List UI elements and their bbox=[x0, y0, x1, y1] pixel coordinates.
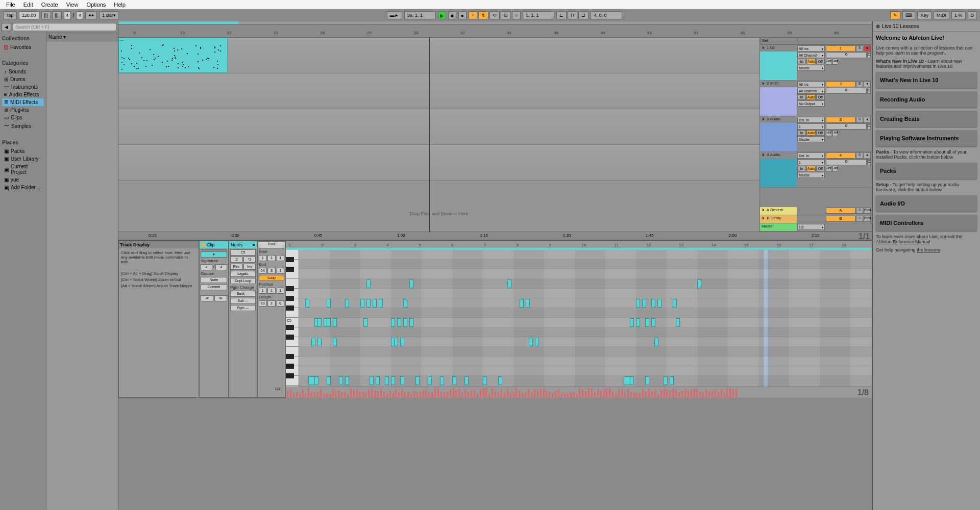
record-button[interactable]: ● bbox=[458, 11, 467, 19]
browser-collapse-icon[interactable]: ◀ bbox=[2, 23, 11, 31]
solo-button[interactable]: S bbox=[856, 117, 863, 123]
monitor-off[interactable]: Off bbox=[816, 130, 825, 136]
send-a[interactable]: -inf bbox=[826, 166, 832, 172]
time-ruler[interactable]: 1/1 0:150:300:451:001:151:301:452:002:15 bbox=[118, 232, 872, 240]
midi-ruler[interactable]: 123456789101112131415161718 bbox=[286, 241, 872, 250]
metronome-b-icon[interactable]: ||| bbox=[52, 11, 62, 19]
send-a[interactable]: -inf bbox=[826, 59, 832, 65]
track-lane-1[interactable]: ··· bbox=[118, 38, 760, 73]
sidebar-item-yue[interactable]: ▣ yue bbox=[2, 176, 44, 184]
arrangement-ruler[interactable]: 9131721252933374145495357616569 bbox=[118, 24, 872, 38]
play-button[interactable]: ▶ bbox=[438, 11, 446, 19]
arm-button[interactable]: ● bbox=[864, 81, 871, 87]
cue[interactable]: C bbox=[867, 159, 871, 165]
lessons-link[interactable]: the lessons bbox=[917, 247, 940, 252]
sidebar-item-instruments[interactable]: 〰 Instruments bbox=[2, 83, 44, 91]
arm-button[interactable]: ● bbox=[864, 117, 871, 123]
monitor-auto[interactable]: Auto bbox=[806, 94, 815, 100]
sidebar-item-packs[interactable]: ▣ Packs bbox=[2, 147, 44, 155]
clip-box-header[interactable]: Clip bbox=[200, 241, 228, 248]
key-map-toggle[interactable]: Key bbox=[917, 11, 932, 19]
return-row-B[interactable]: ⏵ B Delay BSPost bbox=[760, 215, 872, 223]
tempo-input[interactable] bbox=[19, 11, 39, 19]
arm-button[interactable]: ● bbox=[864, 45, 871, 52]
help-btn-audioio[interactable]: Audio I/O bbox=[876, 195, 977, 212]
sidebar-item-samples[interactable]: 〜 Samples bbox=[2, 121, 44, 131]
solo-button[interactable]: S bbox=[856, 45, 863, 52]
nudge-fwd-button[interactable]: ≫ bbox=[214, 295, 227, 301]
input-type[interactable]: Ext. In bbox=[797, 117, 825, 123]
cue[interactable]: C bbox=[867, 123, 871, 130]
close-help-icon[interactable]: ⊗ bbox=[876, 23, 880, 29]
start-bar[interactable]: 1 bbox=[259, 255, 266, 261]
return-solo[interactable]: S bbox=[856, 216, 863, 222]
cue[interactable]: C bbox=[867, 88, 871, 94]
timesig-num[interactable] bbox=[64, 11, 71, 19]
timesig-den[interactable] bbox=[76, 11, 83, 19]
solo-button[interactable]: S bbox=[856, 152, 863, 159]
monitor-auto[interactable]: Auto bbox=[806, 130, 815, 136]
follow-toggle[interactable]: ▬► bbox=[387, 11, 402, 19]
cue[interactable]: C bbox=[867, 52, 871, 58]
loop-toggle-clip[interactable]: Loop bbox=[259, 275, 284, 281]
search-input[interactable] bbox=[13, 23, 116, 31]
return-post[interactable]: Post bbox=[864, 216, 871, 222]
pan[interactable]: 0 bbox=[826, 88, 867, 94]
sidebar-item-audio-effects[interactable]: ≡ Audio Effects bbox=[2, 91, 44, 98]
len-16th[interactable]: 0 bbox=[277, 300, 284, 307]
input-type[interactable]: All Ins bbox=[797, 81, 825, 87]
stop-button[interactable]: ■ bbox=[448, 11, 456, 19]
punch-in-icon[interactable]: ⊏ bbox=[556, 11, 567, 19]
sidebar-item-sounds[interactable]: ♪ Sounds bbox=[2, 68, 44, 75]
pan[interactable]: 0 bbox=[826, 52, 867, 58]
monitor-off[interactable]: Off bbox=[816, 59, 825, 64]
computer-midi-keyboard[interactable]: ⌨ bbox=[902, 11, 915, 19]
monitor-auto[interactable]: Auto bbox=[806, 59, 815, 64]
help-btn-instruments[interactable]: Playing Software Instruments bbox=[876, 130, 977, 146]
input-channel[interactable]: All Channel bbox=[797, 52, 825, 58]
monitor-in[interactable]: In bbox=[797, 94, 806, 100]
clip-color-field[interactable]: ▾ bbox=[201, 251, 227, 258]
help-btn-packs[interactable]: Packs bbox=[876, 163, 977, 179]
input-channel[interactable]: 1 bbox=[797, 159, 825, 165]
overdub-toggle[interactable]: + bbox=[469, 11, 477, 19]
monitor-in[interactable]: In bbox=[797, 59, 806, 64]
reenable-automation[interactable]: ⟲ bbox=[489, 11, 500, 19]
bank-field[interactable]: Bank --- bbox=[230, 291, 256, 297]
help-btn-midi-controllers[interactable]: MIDI Controllers bbox=[876, 215, 977, 231]
overview-visible-region[interactable] bbox=[118, 21, 239, 24]
tap-tempo-button[interactable]: Tap bbox=[3, 11, 17, 19]
monitor-auto[interactable]: Auto bbox=[806, 166, 815, 171]
arrangement-position[interactable]: 39. 1. 1 bbox=[404, 11, 436, 19]
root-note[interactable]: C5 bbox=[230, 249, 256, 256]
sidebar-item-current-project[interactable]: ▣ Current Project bbox=[2, 163, 44, 176]
legato-button[interactable]: Legato bbox=[230, 271, 256, 277]
track-activator[interactable]: 4 bbox=[826, 152, 855, 159]
fold-button[interactable]: Fold bbox=[258, 241, 285, 248]
master-track-row[interactable]: Master 1/2 bbox=[760, 223, 872, 232]
track-lane-2[interactable] bbox=[118, 73, 760, 109]
input-channel[interactable]: All Channel bbox=[797, 88, 825, 94]
len-bar[interactable]: 63 bbox=[259, 300, 266, 307]
input-type[interactable]: Ext. In bbox=[797, 152, 825, 159]
sub-field[interactable]: Sub --- bbox=[230, 298, 256, 304]
sig-den[interactable]: 4 bbox=[215, 264, 227, 270]
sidebar-item-clips[interactable]: ▭ Clips bbox=[2, 114, 44, 121]
menu-options[interactable]: Options bbox=[82, 2, 110, 8]
return-activator[interactable]: B bbox=[826, 216, 855, 222]
browser-name-column[interactable]: Name ▾ bbox=[46, 33, 118, 41]
pos-16th[interactable]: 1 bbox=[277, 288, 284, 294]
menu-view[interactable]: View bbox=[62, 2, 83, 8]
groove-selector[interactable]: None bbox=[201, 277, 227, 283]
midi-note-grid[interactable] bbox=[299, 250, 872, 387]
track-lane-4[interactable] bbox=[118, 145, 760, 181]
send-b[interactable]: -inf bbox=[832, 130, 839, 136]
input-type[interactable]: All Ins bbox=[797, 45, 825, 52]
capture-button[interactable]: ⊡ bbox=[501, 11, 511, 19]
manual-link[interactable]: Ableton Reference Manual bbox=[876, 239, 930, 244]
end-bar[interactable]: 64 bbox=[259, 268, 266, 274]
end-16th[interactable]: 1 bbox=[277, 268, 284, 274]
notes-box-header[interactable]: Notes● bbox=[229, 241, 257, 248]
mixer-row-2[interactable]: ⏵ 2 MIDI All Ins All Channel InAutoOff N… bbox=[760, 81, 872, 116]
piano-keyboard[interactable]: C5 bbox=[286, 250, 299, 387]
